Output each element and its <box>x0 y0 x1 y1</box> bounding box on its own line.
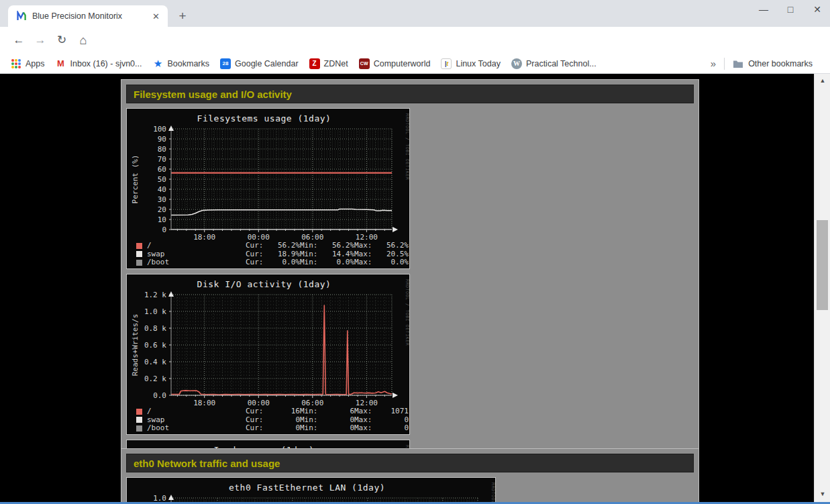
legend-row: /Cur:56.2%Min:56.2%Max:56.2% <box>127 242 409 250</box>
legend-row: /bootCur:0Min:0Max:0 <box>127 424 409 433</box>
legend-value: 56.2% <box>380 242 409 250</box>
bookmark-label: Practical Technol... <box>526 59 596 68</box>
section-header: eth0 Network traffic and usage <box>126 454 694 472</box>
minimize-button[interactable]: — <box>758 4 770 15</box>
other-bookmarks-button[interactable]: Other bookmarks <box>733 58 813 69</box>
svg-text:20: 20 <box>158 205 166 214</box>
svg-text:0: 0 <box>162 225 166 234</box>
new-tab-button[interactable]: + <box>174 8 191 24</box>
svg-text:40: 40 <box>158 185 166 194</box>
chart-legend: /Cur:56.2%Min:56.2%Max:56.2%swapCur:18.9… <box>127 242 409 267</box>
wordpress-icon: W <box>511 58 522 69</box>
svg-text:70: 70 <box>158 155 166 164</box>
bookmark-label: Linux Today <box>456 59 501 68</box>
section-title: eth0 Network traffic and usage <box>127 458 280 469</box>
grid9-icon <box>11 58 21 69</box>
legend-value: 0.0% <box>380 258 409 267</box>
scrollbar-up-arrow[interactable]: ▲ <box>815 75 830 86</box>
legend-col-label: Max: <box>354 242 372 250</box>
bookmark-label: Google Calendar <box>235 59 299 68</box>
chart-legend: /Cur:16Min:6Max:1071swapCur:0Min:0Max:0/… <box>127 407 409 433</box>
tab-title: Blue Precision Monitorix <box>32 11 150 21</box>
svg-text:0.2 k: 0.2 k <box>144 374 166 383</box>
legend-value: 6 <box>326 407 354 416</box>
linuxtoday-icon: |t <box>441 58 452 69</box>
svg-text:60: 60 <box>158 165 166 174</box>
bookmark-item-practical-technol[interactable]: WPractical Technol... <box>511 58 596 69</box>
legend-value: 56.2% <box>326 242 354 250</box>
bookmark-label: Computerworld <box>374 59 431 68</box>
bookmark-label: Apps <box>25 59 45 68</box>
legend-swatch <box>136 251 142 257</box>
legend-col-label: Max: <box>354 258 372 267</box>
legend-swatch <box>136 243 142 249</box>
svg-text:18:00: 18:00 <box>193 399 215 407</box>
svg-text:80: 80 <box>158 145 166 154</box>
bookmark-item-bookmarks[interactable]: ★Bookmarks <box>153 58 210 69</box>
bookmark-item-linux-today[interactable]: |tLinux Today <box>441 58 501 69</box>
maximize-button[interactable]: □ <box>784 4 796 15</box>
legend-value: 1071 <box>380 407 409 416</box>
legend-name: /boot <box>147 424 246 433</box>
bookmark-label: Bookmarks <box>168 59 210 68</box>
bookmarks-bar: AppsMInbox (16) - sjvn0...★Bookmarks28Go… <box>0 54 830 74</box>
legend-name: / <box>147 407 246 416</box>
bookmarks-overflow-icon[interactable]: » <box>711 58 716 69</box>
legend-name: /boot <box>147 258 246 267</box>
svg-text:RRDTOOL / TOBI OETIKER: RRDTOOL / TOBI OETIKER <box>405 113 409 180</box>
back-button[interactable]: ← <box>11 32 27 48</box>
bookmark-item-inbox-16-sjvn0[interactable]: MInbox (16) - sjvn0... <box>56 58 142 69</box>
legend-value: 0.0% <box>272 258 300 267</box>
svg-text:0.0: 0.0 <box>153 391 166 400</box>
legend-name: / <box>147 242 246 250</box>
other-bookmarks-label: Other bookmarks <box>748 59 813 68</box>
browser-tab[interactable]: Blue Precision Monitorix ✕ <box>8 5 168 27</box>
page-content: Filesystem usage and I/O activity1009080… <box>0 74 814 502</box>
svg-text:50: 50 <box>158 175 166 184</box>
star-icon: ★ <box>153 58 164 69</box>
chart-panel-eth0_lan[interactable]: 1.00.90.80.70.60.50.40.30.20.10.018:0000… <box>126 477 496 502</box>
legend-swatch <box>136 425 142 432</box>
forward-button[interactable]: → <box>32 32 48 48</box>
bookmark-item-computerworld[interactable]: CWComputerworld <box>359 58 431 69</box>
svg-text:10: 10 <box>158 215 166 224</box>
section-header: Filesystem usage and I/O activity <box>126 85 694 103</box>
chart-panel-disk_io[interactable]: 1.2 k1.0 k0.8 k0.6 k0.4 k0.2 k0.018:0000… <box>126 274 410 435</box>
reload-button[interactable]: ↻ <box>54 32 70 48</box>
close-button[interactable]: ✕ <box>811 4 823 15</box>
scrollbar-thumb[interactable] <box>817 220 828 310</box>
scrollbar-down-arrow[interactable]: ▼ <box>815 489 830 499</box>
tab-close-icon[interactable]: ✕ <box>150 10 162 23</box>
chart-panel-fs_usage[interactable]: 100908070605040302010018:0000:0006:0012:… <box>126 108 410 269</box>
section-title: Filesystem usage and I/O activity <box>127 89 292 100</box>
bookmark-item-google-calendar[interactable]: 28Google Calendar <box>220 58 299 69</box>
legend-col-label: Max: <box>354 424 372 433</box>
svg-text:eth0 FastEthernet LAN (1day): eth0 FastEthernet LAN (1day) <box>229 483 385 493</box>
bookmark-item-apps[interactable]: Apps <box>11 58 45 69</box>
svg-text:18:00: 18:00 <box>193 233 215 242</box>
bookmark-label: ZDNet <box>324 59 348 68</box>
home-button[interactable]: ⌂ <box>75 32 91 48</box>
legend-value: 0.0% <box>326 258 354 267</box>
svg-text:0.6 k: 0.6 k <box>144 341 166 350</box>
zdnet-icon: Z <box>309 58 320 69</box>
legend-col-label: Min: <box>300 242 318 250</box>
svg-text:1.0 k: 1.0 k <box>144 307 166 316</box>
legend-col-label: Max: <box>354 407 372 416</box>
svg-text:1.2 k: 1.2 k <box>144 291 166 299</box>
svg-text:RRDTOOL / TOBI OETIKER: RRDTOOL / TOBI OETIKER <box>490 483 495 502</box>
scrollbar[interactable]: ▲ ▼ <box>814 74 830 502</box>
folder-icon <box>733 58 743 69</box>
svg-text:100: 100 <box>153 125 166 134</box>
legend-col-label: Cur: <box>246 407 264 416</box>
legend-col-label: Min: <box>300 258 318 267</box>
bookmark-item-zdnet[interactable]: ZZDNet <box>309 58 348 69</box>
svg-text:Percent (%): Percent (%) <box>131 155 140 204</box>
gmail-icon: M <box>56 58 66 69</box>
bookmark-label: Inbox (16) - sjvn0... <box>70 59 142 68</box>
bookmarks-separator <box>724 58 725 70</box>
legend-swatch <box>136 417 142 423</box>
cw-icon: CW <box>359 58 370 69</box>
svg-text:Disk I/O activity (1day): Disk I/O activity (1day) <box>197 279 331 289</box>
svg-text:90: 90 <box>158 135 166 144</box>
